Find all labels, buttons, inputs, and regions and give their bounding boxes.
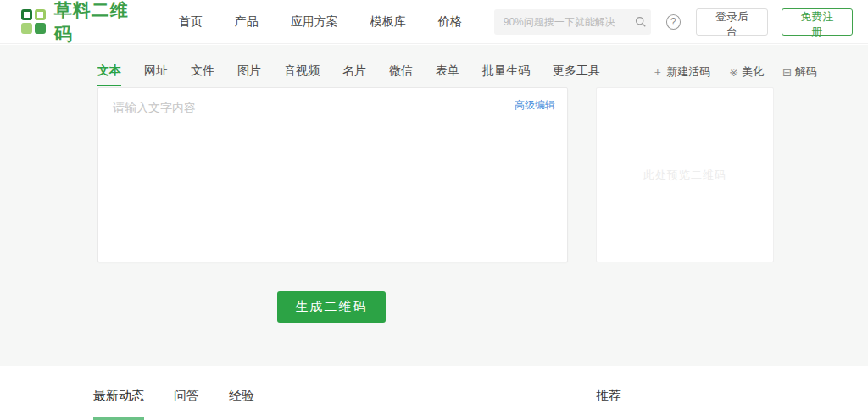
search-box[interactable] [494, 9, 651, 35]
tab-url[interactable]: 网址 [144, 64, 168, 86]
new-live-code-label: 新建活码 [666, 64, 710, 80]
qr-logo-icon [21, 9, 47, 35]
qr-preview-panel: 此处预览二维码 [596, 87, 774, 262]
new-live-code-link[interactable]: ＋ 新建活码 [652, 64, 710, 86]
tab-media[interactable]: 音视频 [284, 64, 320, 86]
search-input[interactable] [504, 16, 635, 28]
decode-icon: ⊟ [782, 66, 792, 79]
generate-qr-button[interactable]: 生成二维码 [277, 291, 386, 323]
tab-vcard[interactable]: 名片 [342, 64, 366, 86]
tab-latest-news[interactable]: 最新动态 [93, 388, 144, 420]
decode-label: 解码 [795, 64, 817, 80]
text-content-input[interactable] [98, 88, 567, 262]
recommend-heading: 推荐 [596, 388, 621, 404]
logo-square [35, 23, 46, 34]
tab-qa[interactable]: 问答 [174, 388, 199, 420]
logo-square [35, 9, 46, 20]
nav-item-templates[interactable]: 模板库 [370, 14, 406, 30]
header: 草料二维码 首页 产品 应用方案 模板库 价格 ? 登录后台 免费注册 [0, 0, 868, 44]
logo[interactable]: 草料二维码 [21, 0, 147, 46]
nav-item-products[interactable]: 产品 [235, 14, 259, 30]
nav-item-pricing[interactable]: 价格 [438, 14, 462, 30]
register-button[interactable]: 免费注册 [782, 8, 853, 36]
plus-icon: ＋ [652, 64, 663, 80]
search-icon[interactable] [635, 16, 647, 28]
advanced-edit-link[interactable]: 高级编辑 [515, 98, 555, 113]
tab-text[interactable]: 文本 [97, 64, 121, 86]
logo-square [21, 9, 32, 20]
help-icon[interactable]: ? [666, 14, 682, 30]
nav-item-solutions[interactable]: 应用方案 [291, 14, 338, 30]
tab-wechat[interactable]: 微信 [389, 64, 413, 86]
login-button[interactable]: 登录后台 [696, 8, 767, 36]
header-right: ? 登录后台 免费注册 [494, 8, 853, 36]
decode-link[interactable]: ⊟ 解码 [782, 64, 817, 86]
tab-more-tools[interactable]: 更多工具 [553, 64, 600, 86]
main-nav: 首页 产品 应用方案 模板库 价格 [179, 14, 494, 30]
logo-square [21, 23, 32, 34]
page: 草料二维码 首页 产品 应用方案 模板库 价格 ? 登录后台 免费注册 文本 [0, 0, 868, 420]
tab-image[interactable]: 图片 [237, 64, 261, 86]
tab-batch[interactable]: 批量生码 [482, 64, 530, 86]
generator-section: 文本 网址 文件 图片 音视频 名片 微信 表单 批量生码 更多工具 ＋ 新建活… [0, 45, 868, 366]
qr-type-tabbar: 文本 网址 文件 图片 音视频 名片 微信 表单 批量生码 更多工具 ＋ 新建活… [97, 64, 817, 86]
bottom-section: 最新动态 问答 经验 推荐 [0, 366, 868, 420]
bottom-tabbar: 最新动态 问答 经验 [93, 388, 284, 420]
nav-item-home[interactable]: 首页 [179, 14, 203, 30]
quick-links: ＋ 新建活码 ※ 美化 ⊟ 解码 [633, 64, 817, 86]
tab-file[interactable]: 文件 [191, 64, 214, 86]
beautify-icon: ※ [729, 66, 738, 79]
tab-experience[interactable]: 经验 [229, 388, 254, 420]
qr-preview-placeholder: 此处预览二维码 [643, 168, 726, 183]
text-input-panel: 高级编辑 [97, 87, 568, 262]
tab-form[interactable]: 表单 [436, 64, 459, 86]
logo-text: 草料二维码 [54, 0, 147, 46]
beautify-link[interactable]: ※ 美化 [729, 64, 764, 86]
beautify-label: 美化 [742, 64, 764, 80]
